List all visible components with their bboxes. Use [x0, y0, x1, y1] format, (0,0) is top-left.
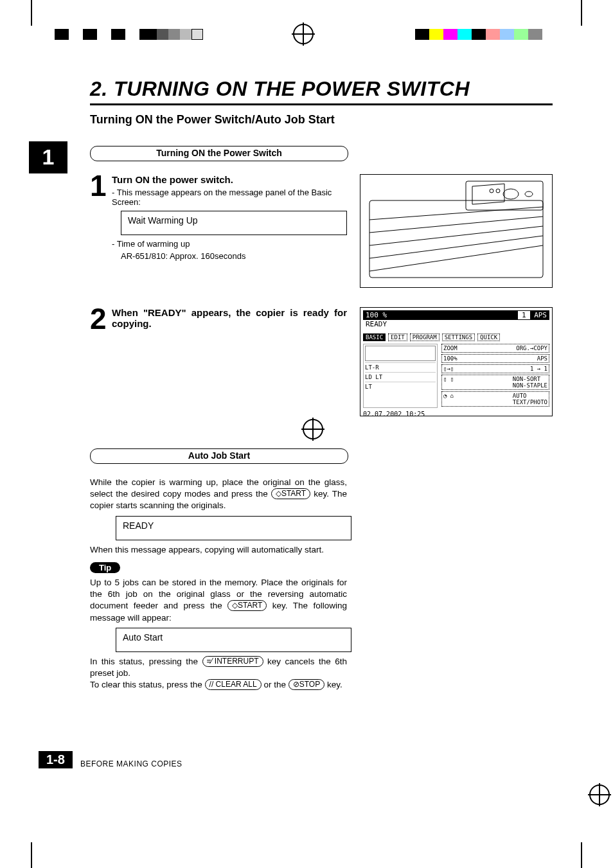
step-1: 1 Turn ON the power switch. - This messa… [90, 174, 347, 261]
opt-row: ZOOMORG.→COPY [441, 344, 549, 353]
svg-point-2 [503, 189, 519, 199]
tray-row: LD LT [365, 372, 436, 382]
crop-mark [581, 0, 582, 26]
svg-point-5 [496, 189, 500, 193]
page-content: 2. TURNING ON THE POWER SWITCH Turning O… [90, 77, 553, 691]
clear-all-key-icon: // CLEAR ALL [205, 679, 262, 690]
screen-tab: SETTINGS [442, 333, 475, 341]
auto-job-p1: While the copier is warming up, place th… [90, 477, 347, 512]
screen-tab: EDIT [388, 333, 407, 341]
step-number: 2 [90, 307, 112, 330]
auto-job-p2: When this message appears, copying will … [90, 544, 347, 556]
gray-calibration-strip [145, 29, 203, 40]
print-marks-top [0, 29, 613, 42]
screen-datetime: 02.07.2002 10:25 [363, 408, 549, 418]
registration-mark-left [10, 424, 30, 445]
screen-mode: APS [534, 311, 547, 319]
start-key-icon: ◇START [227, 600, 267, 611]
step-number: 1 [90, 174, 112, 261]
subheading-auto-job: Auto Job Start [90, 448, 348, 464]
step-2: 2 When "READY" appears, the copier is re… [90, 307, 347, 330]
options-column: ZOOMORG.→COPY 100%APS ▯→▯1 → 1 ▯ ▯NON-SO… [441, 344, 549, 408]
message-box-warming: Wait Warming Up [121, 211, 347, 235]
opt-row: ▯ ▯NON-SORT NON-STAPLE [441, 375, 549, 390]
tray-column: LT-R LD LT LT [363, 344, 438, 408]
printer-illustration [360, 174, 553, 288]
screen-tab: BASIC [363, 333, 386, 341]
screen-tab: PROGRAM [410, 333, 440, 341]
registration-mark-bottom [296, 790, 317, 810]
color-calibration-strip [415, 29, 542, 40]
opt-row: 100%APS [441, 354, 549, 363]
footer-text: BEFORE MAKING COPIES [80, 759, 182, 768]
screen-zoom: 100 % [366, 311, 387, 319]
step1-row: 1 Turn ON the power switch. - This messa… [90, 174, 553, 288]
interrupt-key-icon: =⁄ INTERRUPT [202, 656, 263, 667]
chapter-number-box: 1 [29, 141, 67, 173]
opt-row: ▯→▯1 → 1 [441, 364, 549, 373]
bw-calibration-strip [55, 29, 154, 40]
screen-status-bar: 100 % 1 APS [363, 310, 549, 320]
subheading-power-switch: Turning ON the Power Switch [90, 146, 348, 161]
tip-p2: In this status, pressing the =⁄ INTERRUP… [90, 656, 347, 679]
screen-body: LT-R LD LT LT ZOOMORG.→COPY 100%APS [363, 344, 549, 408]
tray-row: LT-R [365, 362, 436, 372]
tip-p1: Up to 5 jobs can be stored in the memory… [90, 577, 347, 624]
svg-point-3 [525, 191, 533, 197]
registration-mark-icon [293, 24, 314, 44]
screen-tabs: BASIC EDIT PROGRAM SETTINGS QUICK [363, 333, 549, 341]
tip-p3: To clear this status, press the // CLEAR… [90, 679, 347, 691]
screen-tab: QUICK [477, 333, 500, 341]
page-footer: 1-8 BEFORE MAKING COPIES [39, 751, 565, 768]
tray-row: LT [365, 382, 436, 391]
page-number: 1-8 [39, 751, 73, 768]
lcd-screen-illustration: 100 % 1 APS READY BASIC EDIT PROGRAM SET… [360, 307, 553, 416]
printer-line-art-icon [360, 175, 552, 287]
chapter-title: 2. TURNING ON THE POWER SWITCH [90, 77, 553, 101]
step2-row: 2 When "READY" appears, the copier is re… [90, 307, 553, 416]
message-box-autostart: Auto Start [116, 628, 351, 652]
manual-page: 1 2. TURNING ON THE POWER SWITCH Turning… [0, 0, 613, 868]
step1-note: - This message appears on the message pa… [112, 188, 347, 207]
opt-row: ◔ ⌂AUTO TEXT/PHOTO [441, 391, 549, 407]
crop-mark [581, 842, 582, 868]
tip-badge: Tip [90, 562, 120, 573]
warmup-time-value: AR-651/810: Approx. 160seconds [112, 251, 347, 261]
warmup-time-label: - Time of warming up [112, 239, 347, 249]
svg-point-4 [490, 189, 493, 193]
crop-mark [31, 0, 32, 26]
crop-mark [31, 842, 32, 868]
step2-heading: When "READY" appears, the copier is read… [112, 307, 347, 329]
title-rule [90, 103, 553, 105]
screen-qty: 1 [518, 311, 530, 319]
message-box-ready: READY [116, 516, 351, 540]
section-subtitle: Turning ON the Power Switch/Auto Job Sta… [90, 113, 553, 127]
step1-heading: Turn ON the power switch. [112, 174, 347, 185]
screen-ready-text: READY [363, 320, 549, 331]
start-key-icon: ◇START [271, 488, 310, 499]
stop-key-icon: ⊘STOP [289, 679, 324, 690]
registration-mark-right [583, 424, 603, 445]
